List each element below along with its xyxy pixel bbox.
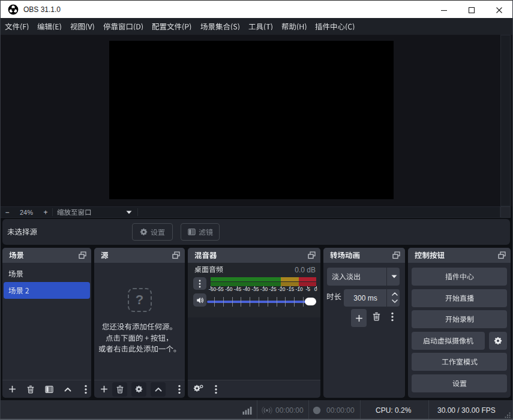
popup-icon[interactable] <box>498 251 506 259</box>
menu-plugin-center[interactable] <box>311 18 359 35</box>
menu-scene-collection[interactable] <box>196 18 244 35</box>
mixer-dock-header[interactable] <box>188 248 320 263</box>
zoom-out-button[interactable]: − <box>2 208 13 217</box>
slider-tick <box>303 297 304 307</box>
zoom-fit-combo[interactable] <box>57 209 132 216</box>
remove-transition-button[interactable] <box>372 312 381 321</box>
add-transition-button[interactable] <box>351 309 367 327</box>
studio-mode-button[interactable] <box>412 353 507 371</box>
window-controls <box>430 1 513 19</box>
text-label <box>103 23 143 31</box>
add-scene-button[interactable] <box>8 385 16 393</box>
popup-icon[interactable] <box>172 251 180 259</box>
transition-combo[interactable] <box>327 268 400 286</box>
transition-properties-button[interactable] <box>391 312 394 322</box>
text-label <box>194 266 223 273</box>
menu-help[interactable] <box>277 18 311 35</box>
statusbar: 00:00:00 00:00:00 CPU: 0.2% 30.00 / 30.0… <box>0 400 513 420</box>
slider-tick <box>259 297 259 307</box>
menu-view[interactable] <box>66 18 99 35</box>
zoom-in-button[interactable]: + <box>40 208 51 217</box>
meter-bar <box>281 282 298 286</box>
meter-bar <box>211 277 281 281</box>
sources-dock: ? <box>94 248 185 398</box>
transition-combo-value <box>332 268 361 286</box>
scenes-dock-header[interactable] <box>2 248 91 263</box>
mute-button[interactable] <box>193 293 206 307</box>
audio-config-button[interactable] <box>193 277 206 290</box>
start-recording-button[interactable] <box>412 310 507 328</box>
sources-empty-state: ? <box>94 263 185 356</box>
sources-dock-header[interactable] <box>94 248 185 263</box>
maximize-button[interactable] <box>458 1 485 19</box>
scenes-more-button[interactable] <box>85 385 87 394</box>
meter-bar <box>299 277 316 281</box>
program-canvas[interactable] <box>109 41 394 199</box>
menu-tools[interactable] <box>244 18 277 35</box>
menu-profile[interactable] <box>148 18 196 35</box>
scene-up-button[interactable] <box>64 385 72 394</box>
scene-item-selected[interactable] <box>4 282 90 299</box>
text-label <box>106 334 173 342</box>
remove-source-button[interactable] <box>112 382 127 397</box>
controls-dock-header[interactable] <box>408 248 511 263</box>
volume-slider-handle[interactable] <box>305 298 316 305</box>
volume-slider[interactable] <box>207 296 316 308</box>
scrollbar-corner <box>500 206 511 218</box>
menu-file[interactable] <box>1 18 33 35</box>
speaker-icon <box>196 296 204 304</box>
start-virtual-camera-button[interactable] <box>412 332 485 350</box>
source-filters-button[interactable] <box>181 223 220 241</box>
menu-docks[interactable] <box>99 18 148 35</box>
mixer-more-button[interactable] <box>215 385 217 394</box>
remove-scene-button[interactable] <box>26 385 35 394</box>
meter-scale-label: -10 <box>296 286 303 292</box>
text-label <box>151 229 165 236</box>
meter-scale-label: -40 <box>243 286 250 292</box>
mixer-dock-title <box>194 251 217 259</box>
preview-vertical-scrollbar[interactable] <box>500 35 511 206</box>
advanced-audio-button[interactable] <box>193 385 203 394</box>
statusbar-separator <box>308 400 309 420</box>
record-status-icon <box>313 406 321 415</box>
add-source-button[interactable] <box>100 385 108 393</box>
start-streaming-button[interactable] <box>412 289 507 307</box>
spin-up-icon[interactable] <box>392 292 398 296</box>
spin-separator <box>386 289 387 307</box>
text-label <box>423 337 473 344</box>
transitions-dock-title <box>330 251 360 259</box>
zoom-level: 24% <box>13 209 40 216</box>
resize-grip[interactable] <box>505 412 511 418</box>
controls-dock-title <box>415 251 445 259</box>
source-up-button[interactable] <box>151 382 166 397</box>
controls-dock <box>408 248 511 398</box>
text-label <box>445 295 474 302</box>
text-label <box>70 23 95 31</box>
popup-icon[interactable] <box>308 251 316 259</box>
popup-icon[interactable] <box>79 251 86 259</box>
source-properties-toolbar-button[interactable] <box>131 382 146 397</box>
popup-icon[interactable] <box>392 251 400 259</box>
spin-down-icon[interactable] <box>392 299 398 303</box>
minimize-button[interactable] <box>430 1 458 19</box>
menu-edit[interactable] <box>33 18 66 35</box>
duration-spinbox[interactable]: 300 ms <box>344 289 400 307</box>
settings-button[interactable] <box>412 374 507 392</box>
text-label <box>452 380 467 387</box>
menubar <box>0 18 513 35</box>
mixer-toolbar <box>188 380 320 398</box>
sources-more-button[interactable] <box>178 385 181 394</box>
close-button[interactable] <box>485 1 513 19</box>
plugin-center-button[interactable] <box>412 268 507 286</box>
scene-item[interactable] <box>4 265 90 282</box>
source-properties-button[interactable] <box>132 223 173 241</box>
scene-filters-button[interactable] <box>45 385 53 394</box>
scene-list <box>2 263 91 299</box>
chevron-down-icon <box>126 211 132 214</box>
slider-tick <box>232 297 233 307</box>
transitions-dock-header[interactable] <box>323 248 405 263</box>
maximize-icon <box>468 7 475 14</box>
virtual-camera-config-button[interactable] <box>489 332 507 350</box>
slider-tick <box>250 297 250 307</box>
network-signal-icon <box>242 406 252 415</box>
